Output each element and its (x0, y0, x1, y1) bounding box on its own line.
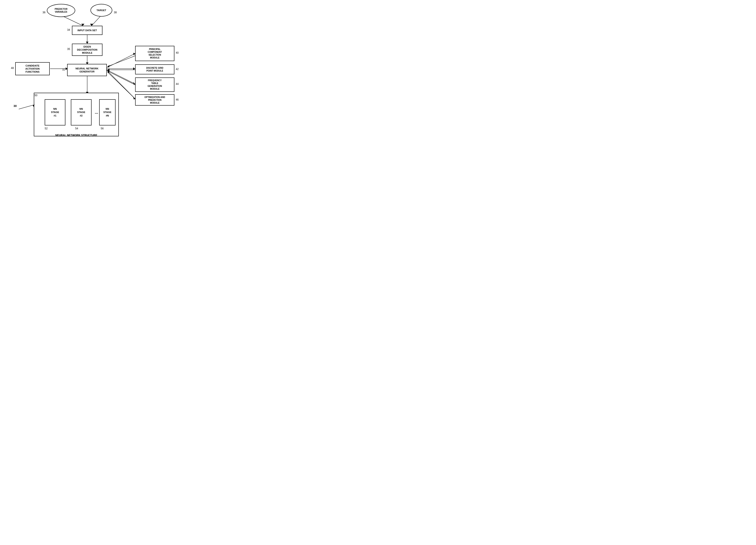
svg-marker-5 (86, 42, 89, 44)
svg-marker-1 (81, 24, 84, 26)
svg-line-18 (107, 56, 136, 67)
svg-marker-13 (133, 67, 135, 70)
ref-42: 42 (176, 68, 179, 71)
neural-network-generator-node: NEURAL NETWORK GENERATOR (67, 64, 107, 76)
svg-line-0 (63, 16, 83, 26)
svg-line-2 (92, 16, 100, 26)
principal-component-node: PRINCIPAL COMPONENT SELECTION MODULE (135, 46, 174, 61)
ref-34: 34 (67, 28, 70, 31)
ref-38: 38 (114, 11, 117, 14)
svg-marker-25 (107, 70, 109, 73)
svg-marker-23 (107, 69, 109, 72)
candidate-activation-node: CANDIDATE ACTIVATION FUNCTIONS (15, 62, 50, 75)
ref-56: 56 (101, 127, 104, 130)
ref-30-arrow (15, 102, 37, 113)
optimization-node: OPTIMIZATION AND PREDICTION MODULE (135, 94, 174, 106)
nn-stage-n-node: NN STAGE #N (99, 99, 116, 125)
predictor-variables-node: PREDICTOR VARIABLES (47, 4, 75, 17)
ref-46: 46 (176, 98, 179, 101)
target-node: TARGET (90, 4, 112, 17)
ref-48: 48 (11, 67, 14, 70)
neural-network-structure-label: NEURAL NETWORK STRUCTURE (34, 134, 119, 137)
svg-marker-19 (107, 65, 109, 68)
ref-50: 50 (34, 94, 37, 97)
ref-36: 36 (43, 11, 45, 14)
ref-40: 40 (176, 51, 179, 54)
nn-stage-2-node: NN STAGE #2 (71, 99, 92, 125)
ref-52: 52 (45, 127, 48, 130)
ellipsis-separator: ... (95, 110, 98, 115)
svg-marker-17 (133, 97, 135, 99)
svg-marker-15 (133, 82, 135, 85)
frequency-table-node: FREQUENCY TABLE GENERATION MODULE (135, 77, 174, 92)
discrete-grid-node: DISCRETE GRID POINT MODULE (135, 64, 174, 74)
ref-54: 54 (75, 127, 78, 130)
svg-line-10 (107, 53, 135, 68)
eigen-decomposition-node: EIGEN DECOMPOSITION MODULE (72, 44, 102, 56)
svg-line-34 (19, 105, 34, 109)
input-data-set-node: INPUT DATA SET (72, 26, 102, 35)
ref-44: 44 (176, 82, 179, 85)
ref-30: 30 (14, 104, 17, 107)
svg-marker-11 (133, 53, 135, 55)
nn-stage-1-node: NN STAGE #1 (45, 99, 65, 125)
svg-marker-21 (107, 68, 109, 71)
svg-marker-3 (90, 24, 93, 26)
diagram: PREDICTOR VARIABLES 36 TARGET 38 INPUT D… (0, 0, 196, 142)
svg-line-14 (107, 70, 135, 84)
svg-line-22 (107, 71, 136, 85)
ref-32: 32 (62, 68, 65, 71)
ref-35: 35 (67, 48, 70, 51)
